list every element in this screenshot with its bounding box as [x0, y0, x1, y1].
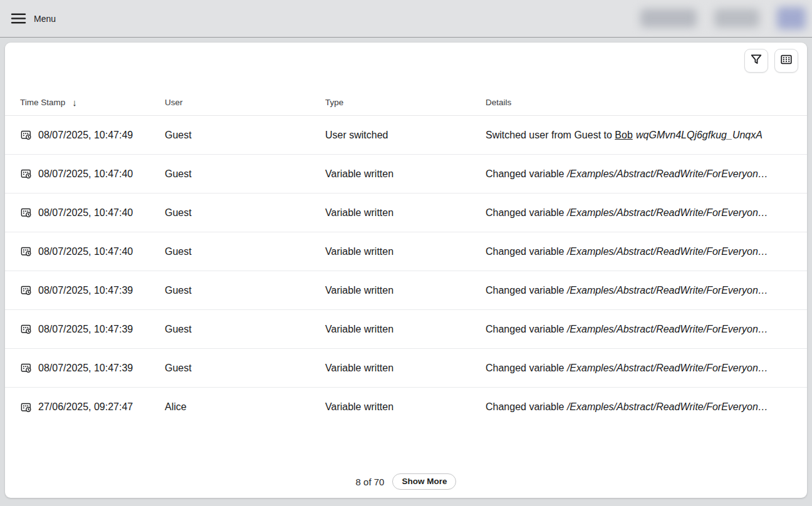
timestamp-value: 08/07/2025, 10:47:40 [38, 168, 133, 180]
timestamp-value: 27/06/2025, 09:27:47 [38, 401, 133, 413]
timestamp-cell: 08/07/2025, 10:47:39 [20, 323, 165, 335]
table-body: 08/07/2025, 10:47:49 Guest User switched… [5, 116, 807, 426]
type-cell: User switched [325, 130, 486, 141]
table-grid-icon [779, 53, 793, 69]
table-row[interactable]: 27/06/2025, 09:27:47 Alice Variable writ… [5, 388, 807, 426]
user-cell: Guest [165, 246, 325, 257]
details-user-link[interactable]: Bob [615, 130, 632, 140]
timestamp-value: 08/07/2025, 10:47:40 [38, 207, 133, 219]
user-cell: Guest [165, 285, 325, 296]
details-path: /Examples/Abstract/ReadWrite/ForEveryon… [567, 324, 768, 334]
user-cell: Guest [165, 324, 325, 335]
column-label: Type [325, 98, 343, 107]
redacted-control[interactable] [640, 9, 697, 28]
calendar-clock-icon [20, 401, 32, 413]
user-cell: Alice [165, 401, 325, 413]
calendar-clock-icon [20, 284, 32, 296]
calendar-clock-icon [20, 129, 32, 141]
redacted-control[interactable] [714, 9, 759, 28]
details-path: /Examples/Abstract/ReadWrite/ForEveryon… [567, 363, 768, 373]
column-header-details[interactable]: Details [486, 98, 792, 107]
details-text: Changed variable [486, 246, 567, 257]
details-text: Changed variable [486, 324, 567, 334]
timestamp-cell: 08/07/2025, 10:47:39 [20, 362, 165, 374]
type-cell: Variable written [325, 207, 486, 219]
timestamp-cell: 27/06/2025, 09:27:47 [20, 401, 165, 413]
timestamp-cell: 08/07/2025, 10:47:39 [20, 284, 165, 296]
sort-descending-icon[interactable]: ↓ [72, 97, 77, 108]
filter-button[interactable] [744, 49, 768, 73]
type-cell: Variable written [325, 401, 486, 413]
table-row[interactable]: 08/07/2025, 10:47:49 Guest User switched… [5, 116, 807, 155]
calendar-clock-icon [20, 245, 32, 257]
details-cell: Changed variable /Examples/Abstract/Read… [486, 285, 792, 296]
audit-log-panel: Time Stamp ↓ User Type Details [5, 43, 807, 498]
column-header-timestamp[interactable]: Time Stamp ↓ [20, 97, 165, 108]
pagination: 8 of 70 Show More [5, 473, 807, 490]
table-row[interactable]: 08/07/2025, 10:47:39 Guest Variable writ… [5, 271, 807, 310]
details-text: Changed variable [486, 401, 567, 412]
type-cell: Variable written [325, 168, 486, 180]
details-text: Changed variable [486, 285, 567, 296]
details-path: wqGMvn4LQj6gfkug_UnqxA [636, 130, 763, 140]
column-label: Time Stamp [20, 98, 65, 107]
table-row[interactable]: 08/07/2025, 10:47:40 Guest Variable writ… [5, 155, 807, 194]
details-path: /Examples/Abstract/ReadWrite/ForEveryon… [567, 401, 768, 412]
details-text: Changed variable [486, 207, 567, 218]
column-header-type[interactable]: Type [325, 98, 486, 107]
type-cell: Variable written [325, 324, 486, 335]
funnel-icon [749, 53, 763, 69]
details-cell: Changed variable /Examples/Abstract/Read… [486, 207, 792, 219]
timestamp-cell: 08/07/2025, 10:47:40 [20, 207, 165, 219]
page-content: Time Stamp ↓ User Type Details [0, 38, 812, 506]
type-cell: Variable written [325, 285, 486, 296]
table-row[interactable]: 08/07/2025, 10:47:39 Guest Variable writ… [5, 310, 807, 349]
columns-button[interactable] [774, 49, 798, 73]
details-cell: Changed variable /Examples/Abstract/Read… [486, 363, 792, 374]
details-text: Changed variable [486, 363, 567, 373]
table-row[interactable]: 08/07/2025, 10:47:39 Guest Variable writ… [5, 349, 807, 388]
timestamp-cell: 08/07/2025, 10:47:40 [20, 168, 165, 180]
calendar-clock-icon [20, 323, 32, 335]
timestamp-cell: 08/07/2025, 10:47:40 [20, 245, 165, 257]
column-label: User [165, 98, 183, 107]
table-row[interactable]: 08/07/2025, 10:47:40 Guest Variable writ… [5, 232, 807, 271]
table-toolbar [5, 43, 807, 73]
hamburger-icon [11, 12, 26, 25]
calendar-clock-icon [20, 168, 32, 180]
user-cell: Guest [165, 363, 325, 374]
user-cell: Guest [165, 168, 325, 180]
menu-button[interactable]: Menu [11, 12, 56, 25]
timestamp-value: 08/07/2025, 10:47:39 [38, 363, 133, 374]
user-cell: Guest [165, 207, 325, 219]
user-cell: Guest [165, 130, 325, 141]
timestamp-value: 08/07/2025, 10:47:39 [38, 285, 133, 296]
top-bar: Menu [0, 0, 812, 38]
details-cell: Changed variable /Examples/Abstract/Read… [486, 324, 792, 335]
details-text: Changed variable [486, 168, 567, 179]
timestamp-value: 08/07/2025, 10:47:49 [38, 130, 133, 141]
details-cell: Changed variable /Examples/Abstract/Read… [486, 246, 792, 257]
details-cell: Changed variable /Examples/Abstract/Read… [486, 168, 792, 180]
table-header: Time Stamp ↓ User Type Details [5, 73, 807, 116]
timestamp-value: 08/07/2025, 10:47:40 [38, 246, 133, 257]
redacted-avatar[interactable] [777, 7, 806, 29]
details-path: /Examples/Abstract/ReadWrite/ForEveryon… [567, 285, 768, 296]
menu-label: Menu [34, 14, 56, 24]
details-path: /Examples/Abstract/ReadWrite/ForEveryon… [567, 246, 768, 257]
timestamp-value: 08/07/2025, 10:47:39 [38, 324, 133, 335]
table-row[interactable]: 08/07/2025, 10:47:40 Guest Variable writ… [5, 194, 807, 232]
column-label: Details [486, 98, 511, 107]
details-path: /Examples/Abstract/ReadWrite/ForEveryon… [567, 168, 768, 179]
calendar-clock-icon [20, 362, 32, 374]
details-cell: Changed variable /Examples/Abstract/Read… [486, 401, 792, 413]
show-more-button[interactable]: Show More [392, 473, 456, 490]
column-header-user[interactable]: User [165, 98, 325, 107]
type-cell: Variable written [325, 246, 486, 257]
calendar-clock-icon [20, 207, 32, 219]
type-cell: Variable written [325, 363, 486, 374]
details-text: Switched user from Guest to [486, 130, 615, 140]
timestamp-cell: 08/07/2025, 10:47:49 [20, 129, 165, 141]
details-cell: Switched user from Guest to BobwqGMvn4LQ… [486, 130, 792, 141]
row-count-label: 8 of 70 [356, 477, 385, 487]
